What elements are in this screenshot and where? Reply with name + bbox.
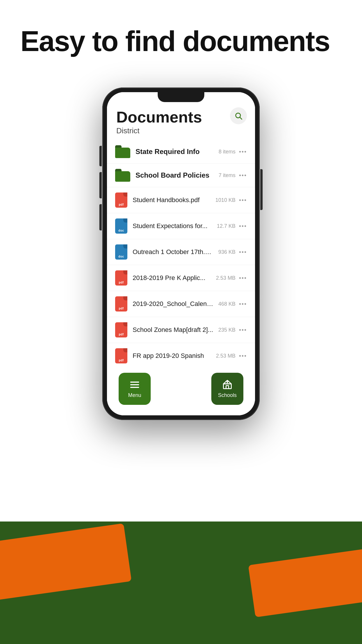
doc-icon: doc <box>115 218 127 234</box>
doc-item-more-button[interactable]: ••• <box>239 197 247 204</box>
bottom-nav: Menu Schools <box>107 367 255 415</box>
menu-icon <box>129 379 140 390</box>
doc-item-info: Student Handbooks.pdf <box>133 196 211 204</box>
pdf-icon: pdf <box>115 296 127 312</box>
doc-item-meta: 1010 KB <box>215 197 236 203</box>
folder-icon <box>115 145 130 158</box>
svg-rect-5 <box>224 384 231 389</box>
doc-item-name: Student Expectations for... <box>133 222 212 230</box>
phone-frame: Documents District <box>102 88 260 420</box>
svg-rect-6 <box>226 386 229 389</box>
list-item[interactable]: School Board Policies 7 items ••• <box>107 164 255 187</box>
doc-item-more-button[interactable]: ••• <box>239 223 247 230</box>
doc-item-info: 2019-2020_School_Calenda... <box>133 300 214 308</box>
pdf-icon: pdf <box>115 270 127 286</box>
app-subtitle: District <box>116 126 246 135</box>
list-item[interactable]: pdf FR app 2019-20 Spanish 2.53 MB ••• <box>107 343 255 367</box>
list-item[interactable]: pdf School Zones Map[draft 2]... 235 KB … <box>107 317 255 343</box>
doc-item-info: State Required Info <box>136 148 214 156</box>
pdf-icon: pdf <box>115 192 127 208</box>
search-icon <box>234 112 242 120</box>
doc-item-more-button[interactable]: ••• <box>239 327 247 333</box>
list-item[interactable]: doc Outreach 1 October 17th.doc 936 KB •… <box>107 239 255 265</box>
doc-item-more-button[interactable]: ••• <box>239 172 247 179</box>
list-item[interactable]: doc Student Expectations for... 12.7 KB … <box>107 213 255 239</box>
doc-item-info: Outreach 1 October 17th.doc <box>133 248 214 256</box>
doc-item-more-button[interactable]: ••• <box>239 249 247 256</box>
doc-item-info: FR app 2019-20 Spanish <box>133 352 211 360</box>
doc-item-meta: 2.53 MB <box>216 353 236 359</box>
doc-item-meta: 7 items <box>219 172 236 178</box>
doc-item-meta: 468 KB <box>218 301 236 307</box>
schools-icon <box>222 379 233 390</box>
doc-item-more-button[interactable]: ••• <box>239 148 247 155</box>
doc-item-name: Student Handbooks.pdf <box>133 196 211 204</box>
app-content: Documents District <box>107 92 255 415</box>
folder-icon <box>115 169 130 182</box>
svg-line-1 <box>240 117 242 119</box>
doc-item-more-button[interactable]: ••• <box>239 275 247 281</box>
doc-item-name: State Required Info <box>136 148 214 156</box>
schools-button[interactable]: Schools <box>211 373 243 405</box>
doc-item-meta: 936 KB <box>218 249 236 255</box>
phone-button-mute <box>99 146 102 166</box>
menu-button[interactable]: Menu <box>119 373 151 405</box>
search-button[interactable] <box>230 107 247 124</box>
doc-item-info: Student Expectations for... <box>133 222 212 230</box>
phone-button-power <box>260 169 263 210</box>
pdf-icon: pdf <box>115 322 127 337</box>
app-title: Documents <box>116 108 246 126</box>
doc-item-name: School Board Policies <box>136 171 214 179</box>
menu-label: Menu <box>128 392 141 398</box>
doc-item-info: School Zones Map[draft 2]... <box>133 326 214 334</box>
page-headline: Easy to find documents <box>20 26 330 56</box>
phone-button-vol-up <box>99 172 102 198</box>
phone-screen: Documents District <box>107 92 255 415</box>
doc-item-info: 2018-2019 Pre K Applic... <box>133 274 211 282</box>
phone-notch <box>158 92 204 102</box>
phone-button-vol-down <box>99 204 102 230</box>
doc-item-name: Outreach 1 October 17th.doc <box>133 248 214 256</box>
phone-mockup: Documents District <box>102 88 260 420</box>
doc-item-name: FR app 2019-20 Spanish <box>133 352 211 360</box>
doc-icon: doc <box>115 244 127 260</box>
list-item[interactable]: pdf Student Handbooks.pdf 1010 KB ••• <box>107 187 255 213</box>
doc-item-name: 2019-2020_School_Calenda... <box>133 300 214 308</box>
doc-item-more-button[interactable]: ••• <box>239 353 247 359</box>
list-item[interactable]: State Required Info 8 items ••• <box>107 140 255 164</box>
doc-item-name: 2018-2019 Pre K Applic... <box>133 274 211 282</box>
doc-item-meta: 12.7 KB <box>217 223 236 229</box>
doc-item-meta: 8 items <box>219 149 236 155</box>
document-list: State Required Info 8 items ••• School B… <box>107 140 255 367</box>
schools-label: Schools <box>218 392 237 398</box>
doc-item-more-button[interactable]: ••• <box>239 301 247 307</box>
list-item[interactable]: pdf 2018-2019 Pre K Applic... 2.53 MB ••… <box>107 265 255 291</box>
pdf-icon: pdf <box>115 348 127 363</box>
list-item[interactable]: pdf 2019-2020_School_Calenda... 468 KB •… <box>107 291 255 317</box>
doc-item-name: School Zones Map[draft 2]... <box>133 326 214 334</box>
svg-point-9 <box>227 382 228 383</box>
doc-item-info: School Board Policies <box>136 171 214 179</box>
doc-item-meta: 2.53 MB <box>216 275 236 281</box>
doc-item-meta: 235 KB <box>218 327 236 333</box>
